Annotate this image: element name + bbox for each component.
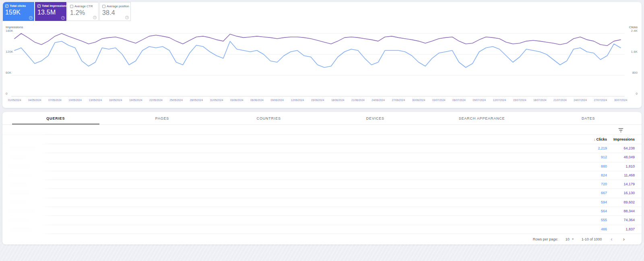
average-position-value: 38.4 (102, 9, 128, 17)
right-axis-tick: 0 (636, 92, 638, 95)
tab-queries[interactable]: QUERIES (2, 112, 109, 124)
rows-per-page-select[interactable]: 10 ▼ (566, 237, 574, 241)
clicks-value: 486 (601, 227, 607, 231)
redacted-query (8, 182, 28, 186)
tab-pages[interactable]: PAGES (109, 112, 216, 124)
help-icon[interactable]: ? (93, 16, 97, 19)
left-axis-tick: 120K (6, 50, 13, 54)
table-row[interactable]: 59489,602 (2, 198, 642, 207)
tab-devices[interactable]: DEVICES (322, 112, 429, 124)
table-row[interactable]: 91248,049 (2, 153, 642, 162)
x-axis-date-tick: 31/05/2024 (210, 99, 223, 102)
average-ctr-card[interactable]: Average CTR 1.2% ? (67, 2, 99, 21)
tab-search-appearance[interactable]: SEARCH APPEARANCE (429, 112, 535, 124)
checkbox-unchecked-icon[interactable] (70, 5, 73, 8)
rows-per-page-label: Rows per page: (533, 237, 558, 241)
total-clicks-value: 159K (5, 9, 32, 16)
x-axis-date-tick: 06/06/2024 (250, 99, 264, 102)
line-chart[interactable]: Impressions Clicks 180K120K60K0 2.4K1.6K… (2, 25, 642, 105)
left-axis-tick: 180K (6, 29, 13, 33)
clicks-value: 564 (601, 209, 607, 213)
x-axis-date-tick: 10/05/2024 (68, 99, 82, 102)
redacted-query (8, 201, 27, 204)
table-toolbar (2, 125, 642, 135)
dimension-tabs: QUERIES PAGES COUNTRIES DEVICES SEARCH A… (2, 112, 642, 125)
checkbox-checked-icon[interactable]: ✓ (5, 4, 8, 8)
help-icon[interactable]: ? (61, 16, 65, 20)
performance-chart-card: ✓ Total clicks 159K ? ✓ Total impression… (2, 2, 642, 108)
total-clicks-card[interactable]: ✓ Total clicks 159K ? (3, 2, 34, 21)
redacted-query (8, 174, 33, 177)
impressions-value: 74,364 (623, 218, 635, 222)
tab-dates[interactable]: DATES (535, 112, 642, 124)
table-row[interactable]: 72014,179 (2, 180, 642, 189)
clicks-value: 824 (601, 173, 607, 177)
right-axis-tick: 2.4K (631, 29, 638, 33)
clicks-value: 594 (601, 200, 607, 204)
table-row[interactable]: 8801,810 (2, 162, 642, 171)
tab-countries[interactable]: COUNTRIES (215, 112, 322, 124)
checkbox-checked-icon[interactable]: ✓ (37, 4, 41, 8)
impressions-value: 89,602 (623, 200, 635, 204)
impressions-column-header[interactable]: Impressions (613, 137, 635, 141)
x-axis-date-tick: 27/06/2024 (392, 99, 405, 102)
x-axis-date-tick: 12/07/2024 (493, 99, 506, 102)
impressions-value: 48,049 (623, 155, 635, 159)
clicks-value: 720 (601, 182, 607, 186)
average-position-label: Average position (107, 4, 129, 8)
x-axis-date-tick: 09/07/2024 (473, 99, 486, 102)
chart-canvas (2, 25, 642, 105)
average-position-card[interactable]: Average position 38.4 ? (99, 2, 131, 21)
redacted-query (8, 228, 34, 231)
x-axis-date-tick: 30/07/2024 (614, 99, 627, 102)
x-axis-date-tick: 15/06/2024 (311, 99, 324, 102)
redacted-query (8, 191, 31, 195)
chevron-down-icon: ▼ (572, 238, 574, 240)
redacted-query (8, 147, 37, 150)
table-header-row: ↓Clicks Impressions (2, 135, 642, 144)
x-axis-date-tick: 06/07/2024 (452, 99, 466, 102)
x-axis-date-tick: 18/06/2024 (331, 99, 345, 102)
checkbox-unchecked-icon[interactable] (102, 5, 105, 8)
x-axis-date-tick: 24/07/2024 (574, 99, 587, 102)
table-row[interactable]: 55574,364 (2, 216, 642, 225)
total-impressions-card[interactable]: ✓ Total impressions 13.5M ? (35, 2, 66, 21)
table-row[interactable]: 56488,344 (2, 207, 642, 216)
clicks-value: 912 (601, 155, 607, 159)
redacted-query (8, 218, 29, 222)
impressions-value: 14,179 (623, 182, 635, 186)
x-axis-date-tick: 30/06/2024 (412, 99, 425, 102)
table-row[interactable]: 4861,837 (2, 225, 642, 234)
x-axis-date-tick: 19/05/2024 (129, 99, 142, 102)
average-ctr-value: 1.2% (70, 9, 96, 17)
x-axis-date-tick: 24/06/2024 (372, 99, 385, 102)
right-axis-tick: 1.6K (631, 50, 638, 54)
table-body: 2,21964,23891248,0498801,81082411,468720… (2, 144, 642, 234)
x-axis-date-tick: 21/06/2024 (351, 99, 365, 102)
next-page-icon[interactable]: › (621, 236, 626, 242)
impressions-value: 1,810 (625, 164, 635, 168)
sort-desc-icon: ↓ (594, 137, 596, 141)
help-icon[interactable]: ? (125, 16, 129, 19)
x-axis-date-tick: 18/07/2024 (533, 99, 547, 102)
redacted-query (8, 165, 31, 168)
table-row[interactable]: 66716,130 (2, 189, 642, 198)
pagination-range: 1-10 of 1000 (582, 237, 602, 241)
impressions-value: 16,130 (623, 191, 635, 195)
previous-page-icon[interactable]: ‹ (609, 236, 614, 242)
table-row[interactable]: 82411,468 (2, 171, 642, 180)
filter-icon[interactable] (617, 127, 624, 133)
pagination-bar: Rows per page: 10 ▼ 1-10 of 1000 ‹ › (2, 234, 642, 244)
x-axis-date-tick: 09/06/2024 (270, 99, 284, 102)
x-axis-date-tick: 22/05/2024 (149, 99, 163, 102)
average-ctr-label: Average CTR (74, 4, 93, 8)
clicks-column-header[interactable]: ↓Clicks (594, 137, 607, 141)
table-row[interactable]: 2,21964,238 (2, 144, 642, 153)
redacted-query (8, 209, 35, 213)
impressions-line (14, 33, 621, 46)
right-axis-tick: 800 (632, 71, 638, 75)
help-icon[interactable]: ? (29, 16, 33, 20)
clicks-value: 880 (601, 164, 607, 168)
x-axis-date-tick: 21/07/2024 (553, 99, 567, 102)
x-axis-date-tick: 03/07/2024 (432, 99, 446, 102)
